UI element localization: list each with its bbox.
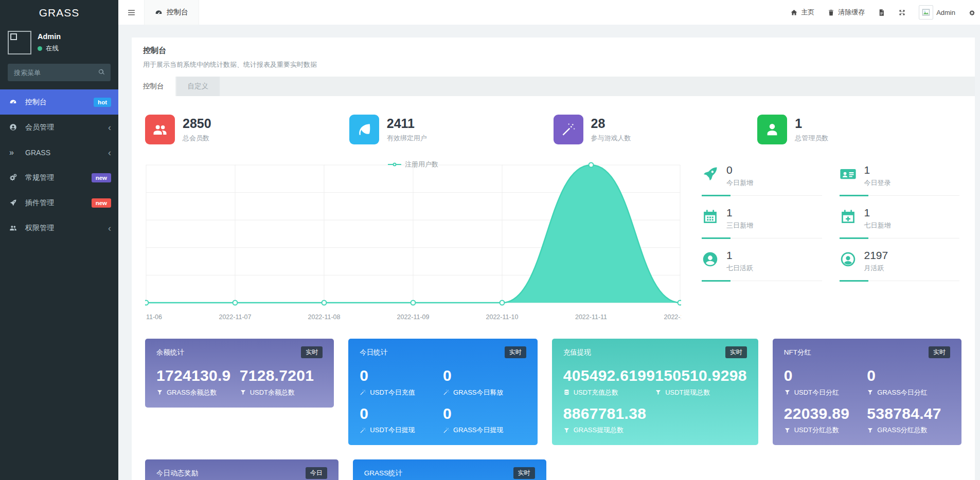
home-button[interactable]: 主页: [790, 8, 814, 17]
sidebar-user-panel: Admin 在线: [0, 26, 118, 62]
bottom-cards-row: 今日动态奖励 今日 GRASS统计 实时: [145, 459, 961, 480]
app-logo: GRASS: [0, 0, 118, 26]
trash-icon: [827, 9, 835, 16]
sidebar-menu: 控制台 hot 会员管理 ‹ » GRASS ‹ 常规管理 new: [0, 89, 118, 241]
gears-icon: [968, 9, 976, 16]
leaf-icon: [349, 115, 379, 144]
ministat-value: 0: [726, 164, 753, 176]
ministat-value: 1: [726, 207, 753, 218]
user-status: 在线: [46, 44, 59, 53]
area-chart: [145, 158, 681, 312]
ministat-label: 今日新增: [726, 178, 753, 188]
stat-game-players: 28 参与游戏人数: [554, 115, 758, 144]
fullscreen-button[interactable]: [898, 9, 906, 16]
card-stat-value: 0: [443, 367, 526, 384]
card-today-stats: 今日统计 实时 0 USDT今日充值 0 GRASS今日释放: [348, 339, 537, 445]
sidebar-item-dashboard[interactable]: 控制台 hot: [0, 89, 118, 115]
card-stat-value: 7128.7201: [240, 367, 323, 384]
summary-cards-row: 余额统计 实时 1724130.9 GRASS余额总数 7128.7201: [145, 339, 961, 445]
ministat-7day-new: 1 七日新增: [840, 207, 960, 238]
magic-wand-icon: [443, 389, 450, 396]
sidebar-item-plugins[interactable]: 插件管理 new: [0, 190, 118, 215]
x-axis-labels: 11-062022-11-072022-11-082022-11-092022-…: [145, 312, 681, 323]
page-header: 控制台 用于展示当前系统中的统计数据、统计报表及重要实时数据: [132, 38, 975, 77]
card-stat: 0 GRASS今日分红: [867, 367, 950, 397]
home-icon: [790, 9, 798, 16]
today-badge: 今日: [306, 467, 327, 479]
card-stat: 8867781.38 GRASS提现总数: [563, 405, 655, 435]
card-stat-value: 0: [360, 405, 443, 422]
card-stat-value: 405492.6199: [563, 367, 655, 384]
funnel-icon: [240, 389, 246, 396]
card-stat-label: USDT今日提现: [370, 426, 415, 435]
calendar-icon: [702, 208, 719, 225]
sidebar: GRASS Admin 在线 控制台 hot: [0, 0, 118, 480]
stat-label: 总管理员数: [795, 134, 828, 143]
x-axis-label: 2022-11-07: [219, 313, 251, 321]
topbar-tab-dashboard[interactable]: 控制台: [144, 0, 199, 25]
stat-label: 总会员数: [183, 134, 211, 143]
funnel-icon: [784, 389, 791, 396]
stat-value: 28: [591, 116, 631, 131]
angles-right-icon: »: [9, 148, 21, 157]
realtime-badge: 实时: [725, 346, 747, 358]
main-area: 控制台 主页 清除缓存: [118, 0, 980, 480]
card-stat-value: 0: [360, 367, 443, 384]
card-stat-value: 1724130.9: [156, 367, 240, 384]
topbar-right: 主页 清除缓存: [790, 0, 980, 25]
funnel-icon: [156, 389, 163, 396]
card-stat-label: USDT充值总数: [574, 388, 618, 397]
magic-wand-icon: [554, 115, 583, 144]
ministat-value: 1: [864, 207, 891, 218]
card-title: 充值提现: [563, 348, 591, 357]
ministat-3day-new: 1 三日新增: [702, 207, 822, 238]
search-input[interactable]: [8, 64, 111, 81]
card-title: 今日动态奖励: [156, 469, 198, 478]
ministat-month-active: 2197 月活跃: [840, 249, 960, 281]
divider: [840, 281, 960, 281]
settings-button[interactable]: [968, 9, 976, 16]
ministat-value: 1: [864, 164, 891, 176]
divider: [702, 238, 822, 238]
tab-dashboard[interactable]: 控制台: [132, 77, 175, 96]
card-nft-dividend: NFT分红 实时 0 USDT今日分红 0 GRASS今日分红: [773, 339, 961, 445]
sidebar-item-general[interactable]: 常规管理 new: [0, 165, 118, 190]
chart-row: 注册用户数 11-062022-11-072022-11-082022-11-0…: [145, 158, 961, 323]
stat-admins: 1 总管理员数: [757, 115, 961, 144]
card-stat-label: GRASS今日提现: [453, 426, 504, 435]
card-title: 今日统计: [360, 348, 387, 357]
avatar: [8, 31, 31, 54]
sidebar-item-grass[interactable]: » GRASS ‹: [0, 140, 118, 165]
stat-label: 参与游戏人数: [591, 134, 631, 143]
stat-bound-users: 2411 有效绑定用户: [349, 115, 554, 144]
card-balance-stats: 余额统计 实时 1724130.9 GRASS余额总数 7128.7201: [145, 339, 334, 408]
page-title: 控制台: [143, 46, 964, 56]
sidebar-item-label: 常规管理: [25, 173, 54, 182]
calendar-plus-icon: [840, 208, 857, 225]
tab-custom[interactable]: 自定义: [176, 77, 220, 96]
user-menu[interactable]: Admin: [919, 5, 955, 20]
funnel-icon: [784, 427, 791, 434]
clear-cache-button[interactable]: 清除缓存: [827, 8, 865, 17]
chevron-left-icon: ‹: [108, 123, 111, 132]
legend-label: 注册用户数: [405, 160, 438, 169]
realtime-badge: 实时: [513, 467, 535, 479]
card-stat: 538784.47 GRASS分红总数: [867, 405, 950, 435]
expand-arrows-icon: [898, 9, 906, 16]
rocket-icon: [702, 165, 719, 182]
divider: [702, 281, 822, 281]
card-stat-label: USDT今日分红: [794, 388, 839, 397]
new-badge: new: [92, 198, 111, 208]
ministat-7day-active: 1 七日活跃: [702, 249, 822, 281]
hamburger-menu-icon[interactable]: [118, 0, 144, 25]
stat-label: 有效绑定用户: [387, 134, 427, 143]
tachometer-icon: [9, 98, 21, 106]
users-icon: [145, 115, 175, 144]
topbar-user-name: Admin: [936, 9, 955, 16]
document-button[interactable]: [878, 9, 885, 16]
sidebar-item-members[interactable]: 会员管理 ‹: [0, 115, 118, 140]
id-card-icon: [840, 165, 857, 182]
funnel-icon: [563, 427, 570, 434]
sidebar-item-permissions[interactable]: 权限管理 ‹: [0, 215, 118, 241]
users-icon: [9, 224, 21, 232]
